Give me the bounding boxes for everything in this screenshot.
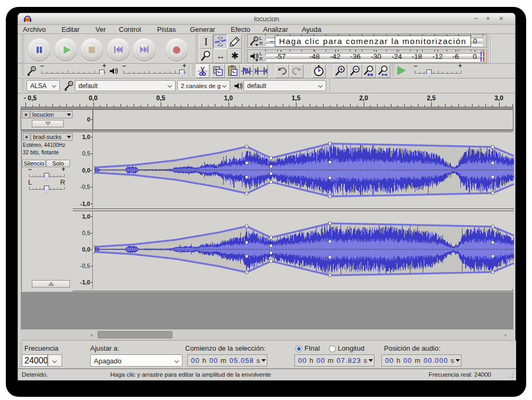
tools-toolbar-grip[interactable] — [195, 35, 198, 63]
zoom-out-button[interactable] — [348, 64, 362, 78]
mixer-toolbar-grip[interactable] — [21, 65, 24, 77]
paste-button[interactable] — [226, 64, 240, 78]
rate-combo-value[interactable]: 24000 — [22, 354, 48, 367]
scrollbar-thumb[interactable] — [98, 331, 172, 338]
transport-toolbar-grip[interactable] — [21, 35, 24, 63]
track2-pan-thumb[interactable] — [44, 186, 49, 193]
track-locucion[interactable]: × locucion 0 — [21, 109, 513, 130]
menu-ver[interactable]: Ver — [95, 25, 106, 33]
timeshift-tool-button[interactable]: ↔ — [213, 49, 228, 63]
record-volume-slider[interactable]: – + — [41, 69, 105, 75]
menu-pistas[interactable]: Pistas — [157, 25, 176, 33]
record-volume-thumb[interactable] — [99, 69, 104, 77]
horizontal-scrollbar[interactable]: ‹ › — [21, 329, 513, 341]
selection-start-field-arrow-icon[interactable] — [261, 359, 266, 362]
play-at-speed-icon — [397, 66, 406, 75]
play-at-speed-button[interactable] — [395, 64, 409, 78]
undo-button[interactable] — [275, 64, 289, 78]
sync-lock-button[interactable] — [312, 64, 326, 78]
track1-expand-button[interactable] — [32, 120, 64, 127]
output-device-combo[interactable]: default — [243, 80, 326, 91]
zoom-in-button[interactable] — [334, 64, 347, 78]
resize-grip[interactable] — [507, 371, 514, 378]
copy-button[interactable] — [211, 64, 225, 78]
selection-end-field[interactable]: 00 h 00 m 07.823 s — [294, 354, 374, 367]
title-bar[interactable]: locucion − + × — [18, 13, 515, 25]
skip-to-start-button[interactable] — [107, 38, 130, 62]
menu-ayuda[interactable]: Ayuda — [302, 25, 321, 33]
envelope-tool-button[interactable] — [213, 34, 228, 49]
track2-gain-slider[interactable]: – + — [29, 172, 64, 179]
scroll-right-arrow[interactable]: › — [504, 332, 509, 338]
radio-length[interactable] — [329, 345, 336, 352]
track2-pan-slider[interactable]: L R — [29, 185, 64, 192]
playback-volume-thumb[interactable] — [179, 69, 185, 77]
trim-button[interactable] — [240, 64, 254, 78]
playback-volume-slider[interactable]: – + — [124, 69, 185, 75]
track2-name: brad-sucks — [33, 134, 62, 140]
track1-name-menu[interactable]: locucion — [30, 111, 73, 118]
selection-start-field[interactable]: 00 h 00 m 05.058 s — [187, 354, 267, 367]
stop-button[interactable] — [80, 38, 103, 62]
input-channels-combo[interactable]: 2 canales de g — [177, 80, 230, 91]
track2-gain-thumb[interactable] — [44, 173, 49, 180]
selection-tool-button[interactable]: I — [199, 34, 213, 49]
device-toolbar-grip[interactable] — [21, 80, 24, 92]
fit-project-icon — [377, 65, 390, 77]
track2-waveform-left[interactable] — [93, 132, 514, 208]
snap-combo[interactable]: Apagado — [90, 354, 182, 367]
host-combo[interactable]: ALSA — [27, 80, 60, 91]
menu-control[interactable]: Control — [119, 25, 141, 33]
record-volume-plus: + — [102, 63, 106, 68]
pause-button[interactable] — [28, 38, 51, 62]
menu-efecto[interactable]: Efecto — [231, 25, 250, 33]
playback-speed-slider[interactable]: – + — [415, 69, 461, 75]
meter-toolbar-grip[interactable] — [243, 35, 247, 63]
track2-waveform-right[interactable] — [93, 211, 514, 289]
transcription-toolbar-grip[interactable] — [391, 65, 395, 77]
play-button[interactable] — [54, 38, 77, 62]
pan-right-label: R — [60, 180, 65, 185]
track2-collapse-button[interactable] — [32, 280, 70, 288]
record-volume-minus: – — [40, 63, 44, 68]
redo-button[interactable] — [290, 64, 303, 78]
maximize-button[interactable]: + — [484, 14, 492, 23]
input-device-combo[interactable]: default — [75, 80, 176, 91]
menu-analizar[interactable]: Analizar — [263, 25, 288, 33]
timeline-ruler[interactable]: - 0,50,00,51,01,52,02,53,0 — [21, 93, 513, 107]
track2-name-menu[interactable]: brad-sucks — [31, 133, 73, 141]
scroll-left-arrow[interactable]: ‹ — [91, 332, 95, 338]
playback-volume-minus: – — [123, 63, 126, 68]
fit-project-button[interactable] — [377, 64, 390, 78]
menu-editar[interactable]: Editar — [62, 25, 80, 33]
track1-content[interactable] — [93, 110, 513, 129]
zoom-tool-button[interactable] — [199, 49, 213, 63]
menu-generar[interactable]: Generar — [190, 25, 215, 33]
track2-solo-button[interactable]: Solo — [46, 160, 70, 167]
track-brad-sucks[interactable]: × brad-sucks Estéreo, 44100Hz 32 bits, f… — [21, 131, 513, 292]
track2-close-button[interactable]: × — [23, 133, 30, 141]
minimize-button[interactable]: − — [472, 14, 480, 23]
fit-selection-button[interactable] — [362, 64, 376, 78]
radio-end[interactable] — [295, 345, 302, 352]
silence-button[interactable] — [254, 64, 268, 78]
menu-archivo[interactable]: Archivo — [23, 25, 46, 33]
track2-mute-button[interactable]: Silencio — [22, 160, 46, 167]
monitoring-tooltip[interactable]: Haga clic para comenzar la monitorizació… — [275, 36, 471, 47]
skip-to-end-button[interactable] — [133, 38, 156, 62]
record-button[interactable] — [165, 38, 188, 62]
close-button[interactable]: × — [497, 14, 505, 23]
draw-tool-button[interactable] — [228, 34, 242, 49]
track1-close-button[interactable]: × — [22, 111, 30, 118]
rate-combo-button[interactable] — [48, 354, 62, 367]
play-meter[interactable]: L R -57-48-42-36-30-24-18-12-60 — [247, 49, 487, 63]
edit-toolbar-grip[interactable] — [192, 65, 195, 77]
audio-position-field-arrow-icon[interactable] — [456, 359, 460, 362]
selection-end-field-arrow-icon[interactable] — [369, 359, 373, 362]
cut-button[interactable] — [196, 64, 210, 78]
multi-tool-button[interactable]: ✱ — [228, 49, 242, 63]
record-meter[interactable]: L R – 0 Haga clic para comenzar la monit… — [247, 34, 487, 48]
playback-speed-thumb[interactable] — [426, 69, 432, 77]
audio-position-field[interactable]: 00 h 00 m 00.000 s — [381, 354, 461, 367]
fit-selection-icon — [363, 65, 376, 77]
